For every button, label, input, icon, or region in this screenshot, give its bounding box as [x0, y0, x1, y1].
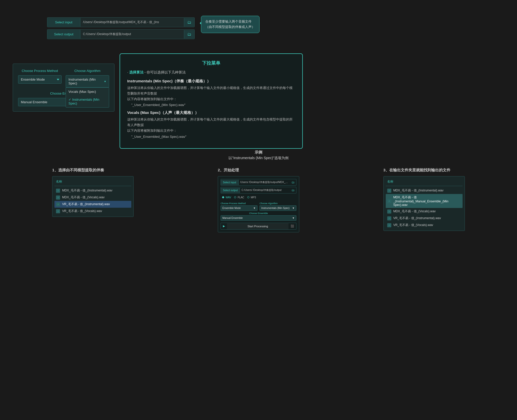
item1-title: Instrumentals (Min Spec)（伴奏（最小规格））	[127, 79, 295, 84]
file-name: MDX_毛不易 - 借_(Vocals).wav	[62, 195, 105, 200]
select-output-button[interactable]: Select output	[47, 30, 80, 39]
list-item-output: ♪ MDX_毛不易 - 借_(Instrumental)_Manual_Ense…	[386, 194, 463, 208]
algorithm-label: Choose Algorithm	[66, 69, 109, 73]
step1-list-header: 名称	[54, 178, 131, 186]
item2-code: "_User_Ensembled_(Max Spec).wav"	[127, 135, 295, 139]
mini-process-dropdown: Ensemble Mode ▼	[221, 205, 257, 211]
file-icon: ♪	[387, 209, 391, 214]
mini-algo-group: Choose Algorithm Instrumentals (Min Spec…	[260, 202, 296, 211]
mini-input-path: /Users/ /Desktop/伴奏提取/output/MDX_毛不易 - 借…	[239, 179, 290, 185]
item2-desc2: 以下内容将被附加到输出文件中：	[127, 128, 295, 133]
file-name: VR_毛不易 - 借_(Instrumental).wav	[393, 216, 441, 220]
process-method-select[interactable]: Ensemble Mode	[18, 75, 62, 84]
mini-process-group: Choose Process Method Ensemble Mode ▼	[221, 202, 257, 211]
step3-section: 3、在输出文件夹里就能找到输出的文件 名称 ♪ MDX_毛不易 - 借_(Ins…	[383, 168, 465, 232]
info-subtitle: · 选择算法 - 你可以选择以下几种算法	[127, 70, 295, 75]
mini-stop-button[interactable]: ⬛	[289, 223, 296, 229]
mini-algo-chevron: ▼	[292, 207, 295, 209]
mini-input-folder-icon: 🗂	[290, 179, 296, 185]
step2-section: 2、开始处理 Select input /Users/ /Desktop/伴奏提…	[218, 168, 299, 232]
mini-algo-value: Instrumentals (Min Spec)	[261, 207, 290, 209]
mini-select-output: Select output	[221, 188, 240, 193]
item2-desc1: 这种算法将从你输入的文件中加载频谱图，并计算每个输入文件的最大规格值，生成的文件…	[127, 117, 295, 128]
mini-start-bar: ▶ Start Processing ⬛	[221, 223, 296, 230]
output-row: Select output C:/Users/ /Desktop/伴奏提取/ou…	[47, 29, 195, 39]
flac-label: FLAC	[237, 196, 244, 199]
info-panel-title: 下拉菜单	[127, 60, 295, 66]
mp3-label: MP3	[250, 196, 256, 199]
example-title: 示例	[0, 150, 517, 155]
file-icon: ♪	[56, 196, 60, 200]
method-algo-row: Choose Process Method Ensemble Mode Choo…	[18, 69, 109, 87]
mp3-radio	[247, 196, 249, 198]
output-path-display: C:/Users/ /Desktop/伴奏提取/output	[80, 29, 184, 39]
step1-title: 1、选择由不同模型提取的伴奏	[52, 168, 134, 173]
step2-title: 2、开始处理	[218, 168, 299, 173]
mini-ensemble-row: Choose Ensemble Manual Ensemble ▼	[221, 212, 296, 221]
algorithm-value: Instrumentals (Min Spec)	[68, 78, 104, 85]
mini-output-path: C:/Users/ /Desktop/伴奏提取/output	[240, 187, 290, 193]
file-name: MDX_毛不易 - 借_(Instrumental).wav	[62, 188, 112, 193]
list-item: ♪ MDX_毛不易 - 借_(Vocals).wav	[54, 194, 131, 201]
input-path-display: /Users/ /Desktop/伴奏提取/output/MDX_毛不易 - 借…	[80, 18, 184, 27]
process-method-label: Choose Process Method	[18, 69, 62, 73]
algorithm-option-instrumentals[interactable]: Instrumentals (Min Spec)	[66, 96, 109, 107]
mini-start-button[interactable]: Start Processing	[227, 223, 289, 229]
mini-output-row: Select output C:/Users/ /Desktop/伴奏提取/ou…	[221, 187, 296, 193]
format-mp3: MP3	[247, 196, 256, 199]
step1-file-list: 名称 ♪ MDX_毛不易 - 借_(Instrumental).wav ♪ MD…	[52, 176, 134, 217]
mini-ensemble-dropdown: Manual Ensemble ▼	[221, 215, 296, 221]
input-folder-button[interactable]: 🗂	[184, 18, 194, 27]
mini-algo-label: Choose Algorithm	[260, 202, 296, 205]
list-item: ♪ VR_毛不易 - 借_(Vocals).wav	[54, 208, 131, 215]
file-icon: ♪	[56, 202, 60, 206]
file-icon: ♪	[387, 223, 391, 227]
algorithm-option-vocals[interactable]: Vocals (Max Spec)	[66, 88, 109, 96]
process-method-section: Choose Process Method Ensemble Mode Choo…	[13, 64, 114, 112]
step3-title: 3、在输出文件夹里就能找到输出的文件	[383, 168, 465, 173]
mini-process-chevron: ▼	[253, 207, 256, 209]
step2-mini-app: Select input /Users/ /Desktop/伴奏提取/outpu…	[218, 176, 299, 232]
mini-input-row: Select input /Users/ /Desktop/伴奏提取/outpu…	[221, 179, 296, 186]
mini-method-algo-row: Choose Process Method Ensemble Mode ▼ Ch…	[221, 202, 296, 211]
file-icon: ♪	[387, 189, 391, 193]
mini-select-input: Select input	[221, 180, 239, 185]
algorithm-group: Choose Algorithm Instrumentals (Min Spec…	[66, 69, 109, 87]
list-item: ♪ VR_毛不易 - 借_(Vocals).wav	[386, 222, 463, 229]
wav-radio	[222, 196, 224, 198]
info-item-1: Instrumentals (Min Spec)（伴奏（最小规格）） 这种算法将…	[127, 79, 295, 107]
mini-ensemble-chevron: ▼	[292, 217, 295, 219]
mini-ensemble-label: Choose Ensemble	[221, 212, 296, 215]
tooltip-bubble: 合奏至少需要输入两个音频文件（由不同模型提取的伴奏或人声）	[201, 16, 260, 33]
info-item-2: Vocals (Max Spec)（人声（最大规格）） 这种算法将从你输入的文件…	[127, 110, 295, 138]
mini-ensemble-value: Manual Ensemble	[222, 217, 243, 219]
output-folder-button[interactable]: 🗂	[184, 30, 194, 39]
mini-output-folder-icon: 🗂	[290, 187, 296, 193]
file-name: VR_毛不易 - 借_(Instrumental).wav	[62, 202, 110, 206]
mini-start-icon: ▶	[221, 223, 227, 229]
file-name: VR_毛不易 - 借_(Vocals).wav	[393, 223, 433, 227]
mini-process-label: Choose Process Method	[221, 202, 257, 205]
list-item: ♪ MDX_毛不易 - 借_(Vocals).wav	[386, 208, 463, 215]
file-name: MDX_毛不易 - 借_(Vocals).wav	[393, 209, 436, 214]
algorithm-dropdown-container: Instrumentals (Min Spec) ▼ Vocals (Max S…	[66, 75, 109, 87]
item1-desc1: 这种算法将从你输入的文件中加载频谱图，并计算每个输入文件的最小规格值，生成的文件…	[127, 85, 295, 96]
process-method-group: Choose Process Method Ensemble Mode	[18, 69, 62, 87]
list-item: ♪ VR_毛不易 - 借_(Instrumental).wav	[386, 215, 463, 222]
list-item: ♪ MDX_毛不易 - 借_(Instrumental).wav	[386, 187, 463, 194]
wav-label: WAV	[225, 196, 231, 199]
item1-desc2: 以下内容将被附加到输出文件中：	[127, 96, 295, 102]
mini-algo-dropdown: Instrumentals (Min Spec) ▼	[260, 205, 296, 211]
list-item-highlighted: ♪ VR_毛不易 - 借_(Instrumental).wav	[54, 201, 131, 208]
algorithm-display[interactable]: Instrumentals (Min Spec) ▼	[66, 75, 109, 87]
file-icon: ♪	[387, 199, 391, 203]
select-input-button[interactable]: Select input	[47, 18, 80, 27]
step3-list-header: 名称	[386, 178, 463, 186]
flac-radio	[234, 196, 236, 198]
file-name: VR_毛不易 - 借_(Vocals).wav	[62, 209, 102, 213]
item2-title: Vocals (Max Spec)（人声（最大规格））	[127, 110, 295, 115]
three-col-section: 1、选择由不同模型提取的伴奏 名称 ♪ MDX_毛不易 - 借_(Instrum…	[0, 168, 517, 232]
example-subtitle: 以"Instrumentals (Min Spec)"选项为例	[0, 156, 517, 160]
input-row: Select input /Users/ /Desktop/伴奏提取/outpu…	[47, 17, 195, 27]
item1-code: "_User_Ensembled_(Min Spec).wav"	[127, 103, 295, 107]
